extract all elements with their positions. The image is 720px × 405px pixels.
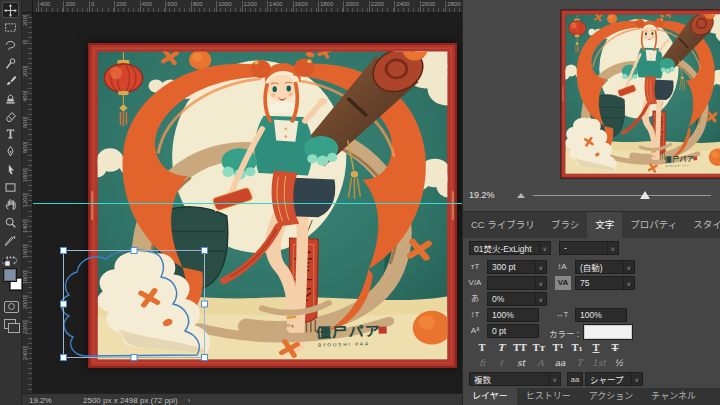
horizontal-scale-icon: ↔T	[553, 308, 571, 322]
document-status-bar: 19.2% 2500 px x 2498 px (72 ppi) ›	[21, 393, 462, 405]
tab-文字[interactable]: 文字	[587, 212, 622, 238]
tool-path-selection-icon[interactable]	[2, 161, 19, 177]
ruler-tick-label: 0	[89, 1, 94, 7]
opentype-button-ligatures[interactable]: fi	[473, 357, 491, 370]
tool-move-icon[interactable]	[2, 2, 19, 18]
panel-tabs: CC ライブラリブラシ文字プロパティスタイル段落スウォッチ	[463, 212, 720, 238]
opentype-button-fractions[interactable]: ½	[610, 357, 628, 370]
statusbar-doc-info: 2500 px x 2498 px (72 ppi)	[83, 396, 178, 405]
navigator-zoom-slider[interactable]	[533, 189, 717, 201]
opentype-button-titling-alternates[interactable]: aa	[551, 357, 569, 370]
screen-mode-button[interactable]	[4, 319, 16, 329]
tool-brush-icon[interactable]	[2, 73, 19, 89]
tab-レイヤー[interactable]: レイヤー	[463, 388, 517, 405]
ruler-tick-label: 2000	[22, 296, 28, 309]
statusbar-zoom-field[interactable]: 19.2%	[29, 396, 69, 405]
ruler-tick-label: 1600	[293, 1, 308, 7]
font-style-select[interactable]: -∨	[559, 241, 619, 255]
ruler-tick-label: 1000	[216, 1, 231, 7]
tracking-field[interactable]: 75∨	[575, 276, 635, 290]
tab-アクション[interactable]: アクション	[580, 388, 643, 405]
font-size-icon: тT	[466, 260, 484, 274]
kerning-icon: V/A	[466, 276, 484, 290]
opentype-button-ordinals[interactable]: 1st	[590, 357, 608, 370]
ruler-tick-label: 1200	[242, 1, 257, 7]
ruler-tick-label: 200	[22, 16, 28, 26]
ruler-tick-label: 2400	[394, 1, 409, 7]
style-button-faux-italic[interactable]: T	[492, 341, 510, 354]
tool-clone-stamp-icon[interactable]	[2, 91, 19, 107]
ruler-tick-label: 200	[63, 1, 75, 7]
ruler-tick-label: 800	[22, 143, 28, 153]
navigator-preview[interactable]	[561, 10, 720, 178]
style-button-small-caps[interactable]: Tᴛ	[530, 341, 548, 354]
tool-eraser-icon[interactable]	[2, 108, 19, 124]
tab-スタイル[interactable]: スタイル	[685, 212, 720, 238]
ruler-tick-label: 2800	[445, 1, 460, 7]
opentype-button-stylistic-alternates[interactable]: A	[532, 357, 550, 370]
bottom-panel-tabs: レイヤーヒストリーアクションチャンネル	[463, 388, 720, 405]
ruler-tick-label: 2400	[22, 347, 28, 360]
ruler-tick-label: 1400	[22, 220, 28, 233]
tool-rectangle-icon[interactable]	[2, 179, 19, 195]
ruler-tick-label: 600	[165, 1, 177, 7]
tool-zoom-icon[interactable]	[2, 214, 19, 230]
tool-eyedropper-icon[interactable]	[2, 232, 19, 248]
style-button-subscript[interactable]: T₁	[568, 341, 586, 354]
ruler-tick-label: 200	[22, 67, 28, 77]
opentype-button-swash[interactable]: ℓ	[493, 357, 511, 370]
ruler-tick-label: 1400	[267, 1, 282, 7]
ruler-tick-label: 400	[38, 1, 50, 7]
font-family-select[interactable]: 01焚火-ExLight∨	[469, 241, 551, 255]
tab-CC ライブラリ[interactable]: CC ライブラリ	[463, 212, 543, 238]
navigator-zoom-value[interactable]: 19.2%	[469, 190, 511, 200]
opentype-button-oldstyle[interactable]: T	[571, 357, 589, 370]
ruler-tick-label: 600	[22, 118, 28, 128]
tsume-field[interactable]: 0%∨	[487, 292, 547, 306]
tool-hand-icon[interactable]	[2, 197, 19, 213]
tool-rectangular-marquee-icon[interactable]	[2, 20, 19, 36]
baseline-shift-field[interactable]: 0 pt	[487, 324, 539, 338]
ruler-vertical[interactable]: 2000200400600800100012001400160018002000…	[21, 12, 33, 393]
ruler-horizontal[interactable]: 4002000200400600800100012001400160018002…	[21, 0, 462, 13]
photoshop-window: 僵尸パア BYOUSHI PAA ⤸ 400200020040060080010…	[0, 0, 720, 405]
opentype-button-standard-ligatures[interactable]: st	[512, 357, 530, 370]
tool-quick-selection-icon[interactable]	[2, 55, 19, 71]
style-button-all-caps[interactable]: TT	[511, 341, 529, 354]
language-select[interactable]: 複数∨	[469, 372, 561, 386]
font-size-field[interactable]: 300 pt∨	[487, 260, 547, 274]
slider-thumb-icon[interactable]	[640, 191, 650, 199]
style-button-superscript[interactable]: T¹	[549, 341, 567, 354]
right-panel: 19.2% CC ライブラリブラシ文字プロパティスタイル段落スウォッチ 01焚火…	[462, 0, 720, 405]
ruler-tick-label: 2000	[343, 1, 358, 7]
style-button-strikethrough[interactable]: T	[606, 341, 624, 354]
quick-mask-button[interactable]	[4, 301, 19, 313]
text-color-swatch[interactable]	[583, 324, 633, 340]
tab-ヒストリー[interactable]: ヒストリー	[517, 388, 580, 405]
color-label: カラー :	[549, 327, 579, 339]
foreground-color-swatch[interactable]	[3, 268, 17, 282]
ruler-tick-label: 1600	[22, 245, 28, 258]
tool-type-icon[interactable]	[2, 126, 19, 142]
canvas[interactable]	[88, 43, 457, 368]
style-button-faux-bold[interactable]: T	[473, 341, 491, 354]
statusbar-menu-arrow[interactable]: ›	[188, 396, 191, 405]
zoom-out-icon[interactable]	[517, 193, 525, 198]
tool-pen-icon[interactable]	[2, 144, 19, 160]
horizontal-scale-field[interactable]: 100%	[575, 308, 627, 322]
style-button-underline[interactable]: T	[587, 341, 605, 354]
ruler-corner[interactable]	[21, 0, 33, 13]
character-panel: 01焚火-ExLight∨ -∨ тT 300 pt∨ ↕A (自動)∨ V/A…	[463, 238, 720, 388]
ruler-tick-label: 2600	[420, 1, 435, 7]
antialias-select[interactable]: シャープ∨	[585, 372, 643, 386]
kerning-field[interactable]: ∨	[487, 276, 547, 290]
tool-edit-toolbar-icon[interactable]	[2, 250, 19, 266]
leading-field[interactable]: (自動)∨	[575, 260, 635, 274]
tab-チャンネル[interactable]: チャンネル	[642, 388, 705, 405]
ruler-tick-label: 2200	[22, 321, 28, 334]
tool-lasso-icon[interactable]	[2, 37, 19, 53]
vertical-scale-field[interactable]: 100%	[487, 308, 539, 322]
tab-プロパティ[interactable]: プロパティ	[622, 212, 685, 238]
ruler-tick-label: 0	[22, 41, 28, 44]
tab-ブラシ[interactable]: ブラシ	[543, 212, 587, 238]
